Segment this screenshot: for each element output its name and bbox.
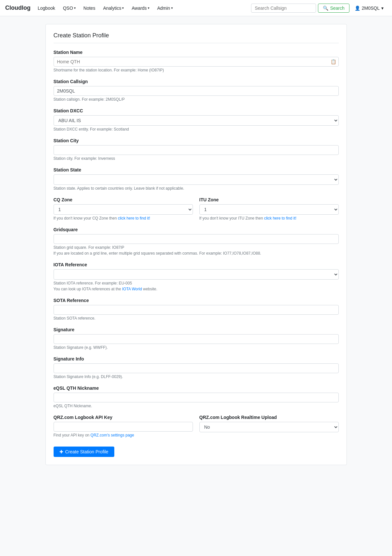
- station-state-group: Station State Station state. Applies to …: [54, 167, 339, 191]
- itu-zone-link[interactable]: click here to find it!: [264, 216, 296, 221]
- qrz-realtime-upload-label: QRZ.com Logbook Realtime Upload: [199, 415, 339, 420]
- nav-notes[interactable]: Notes: [80, 4, 99, 13]
- qrz-row: QRZ.com Logbook API Key Find your API ke…: [54, 415, 339, 444]
- iota-reference-group: IOTA Reference Station IOTA reference. F…: [54, 262, 339, 291]
- form-card: Create Station Profile Station Name 📋 Sh…: [45, 24, 347, 465]
- station-callsign-input[interactable]: [54, 86, 339, 96]
- user-icon: 👤: [355, 6, 360, 11]
- search-area: 🔍 Search 👤 2M0SQL ▾: [251, 4, 387, 13]
- station-dxcc-group: Station DXCC ABU AIL IS Station DXCC ent…: [54, 108, 339, 132]
- cq-zone-help: If you don't know your CQ Zone then clic…: [54, 216, 193, 221]
- station-city-label: Station City: [54, 138, 339, 143]
- gridsquare-input[interactable]: [54, 234, 339, 244]
- analytics-dropdown-icon: ▾: [122, 6, 124, 10]
- admin-dropdown-icon: ▾: [171, 6, 173, 10]
- signature-input[interactable]: [54, 334, 339, 344]
- search-input[interactable]: [251, 4, 316, 13]
- eqsl-qth-nickname-input[interactable]: [54, 393, 339, 402]
- station-state-select[interactable]: [54, 174, 339, 185]
- station-state-help: Station state. Applies to certain countr…: [54, 186, 339, 191]
- itu-zone-label: ITU Zone: [199, 197, 339, 202]
- itu-zone-select[interactable]: 1: [199, 204, 339, 215]
- calendar-icon: 📋: [331, 59, 336, 64]
- iota-reference-label: IOTA Reference: [54, 262, 339, 267]
- iota-reference-help2: You can look up IOTA references at the I…: [54, 287, 339, 291]
- sota-reference-group: SOTA Reference Station SOTA reference.: [54, 298, 339, 321]
- signature-info-help: Station Signature Info (e.g. DLFF-0029).: [54, 374, 339, 379]
- page-title: Create Station Profile: [54, 32, 339, 43]
- qrz-realtime-upload-group: QRZ.com Logbook Realtime Upload No Yes: [199, 415, 339, 437]
- eqsl-qth-nickname-help: eQSL QTH Nickname.: [54, 404, 339, 408]
- itu-zone-group: ITU Zone 1 If you don't know your ITU Zo…: [199, 197, 339, 221]
- nav-logbook[interactable]: Logbook: [34, 4, 58, 13]
- station-city-help: Station city. For example: Inverness: [54, 156, 339, 161]
- nav-qso[interactable]: QSO▾: [60, 4, 79, 13]
- station-dxcc-help: Station DXCC entity. For example: Scotla…: [54, 127, 339, 132]
- signature-label: Signature: [54, 327, 339, 332]
- cq-zone-label: CQ Zone: [54, 197, 193, 202]
- iota-reference-help1: Station IOTA reference. For example: EU-…: [54, 281, 339, 285]
- station-name-wrapper: 📋: [54, 57, 339, 67]
- signature-help: Station Signature (e.g. WWFF).: [54, 345, 339, 350]
- submit-area: ✚ Create Station Profile: [54, 444, 339, 457]
- search-icon: 🔍: [323, 6, 328, 11]
- awards-dropdown-icon: ▾: [148, 6, 149, 10]
- cq-zone-link[interactable]: click here to find it!: [118, 216, 150, 221]
- signature-group: Signature Station Signature (e.g. WWFF).: [54, 327, 339, 350]
- brand-logo[interactable]: Cloudlog: [5, 5, 31, 11]
- station-name-label: Station Name: [54, 50, 339, 55]
- sota-reference-help: Station SOTA reference.: [54, 316, 339, 321]
- signature-info-input[interactable]: [54, 363, 339, 373]
- station-callsign-label: Station Callsign: [54, 79, 339, 84]
- station-state-label: Station State: [54, 167, 339, 172]
- qrz-api-key-label: QRZ.com Logbook API Key: [54, 415, 193, 420]
- station-callsign-help: Station callsign. For example: 2M0SQL/P: [54, 97, 339, 102]
- qrz-api-key-input[interactable]: [54, 422, 193, 432]
- navbar: Cloudlog Logbook QSO▾ Notes Analytics▾ A…: [0, 0, 392, 16]
- qrz-settings-link[interactable]: QRZ.com's settings page: [91, 433, 134, 437]
- qrz-api-key-group: QRZ.com Logbook API Key Find your API ke…: [54, 415, 193, 437]
- user-dropdown-icon: ▾: [381, 6, 384, 11]
- gridsquare-help2: If you are located on a grid line, enter…: [54, 251, 339, 256]
- nav-admin[interactable]: Admin▾: [154, 4, 176, 13]
- station-name-group: Station Name 📋 Shortname for the station…: [54, 50, 339, 72]
- itu-zone-help: If you don't know your ITU Zone then cli…: [199, 216, 339, 221]
- gridsquare-group: Gridsquare Station grid square. For exam…: [54, 227, 339, 256]
- main-container: Create Station Profile Station Name 📋 Sh…: [40, 24, 352, 465]
- station-city-input[interactable]: [54, 145, 339, 155]
- qrz-api-key-help: Find your API key on QRZ.com's settings …: [54, 433, 193, 437]
- gridsquare-label: Gridsquare: [54, 227, 339, 232]
- station-dxcc-select[interactable]: ABU AIL IS: [54, 115, 339, 126]
- signature-info-group: Signature Info Station Signature Info (e…: [54, 356, 339, 379]
- eqsl-qth-nickname-label: eQSL QTH Nickname: [54, 385, 339, 391]
- sota-reference-label: SOTA Reference: [54, 298, 339, 303]
- sota-reference-input[interactable]: [54, 305, 339, 315]
- cq-zone-group: CQ Zone 1 If you don't know your CQ Zone…: [54, 197, 193, 221]
- qrz-realtime-upload-select[interactable]: No Yes: [199, 422, 339, 432]
- station-dxcc-label: Station DXCC: [54, 108, 339, 113]
- qso-dropdown-icon: ▾: [74, 6, 76, 10]
- nav-analytics[interactable]: Analytics▾: [100, 4, 127, 13]
- user-menu[interactable]: 👤 2M0SQL ▾: [351, 4, 387, 12]
- iota-reference-select[interactable]: [54, 269, 339, 280]
- station-name-help: Shortname for the station location. For …: [54, 68, 339, 72]
- cq-zone-select[interactable]: 1: [54, 204, 193, 215]
- station-name-input[interactable]: [54, 57, 339, 67]
- create-station-profile-button[interactable]: ✚ Create Station Profile: [54, 447, 114, 457]
- search-button[interactable]: 🔍 Search: [318, 4, 349, 13]
- nav-awards[interactable]: Awards▾: [128, 4, 152, 13]
- zone-row: CQ Zone 1 If you don't know your CQ Zone…: [54, 197, 339, 227]
- plus-icon: ✚: [59, 449, 63, 454]
- station-callsign-group: Station Callsign Station callsign. For e…: [54, 79, 339, 102]
- eqsl-qth-nickname-group: eQSL QTH Nickname eQSL QTH Nickname.: [54, 385, 339, 408]
- signature-info-label: Signature Info: [54, 356, 339, 361]
- iota-world-link[interactable]: IOTA World: [122, 287, 142, 291]
- station-city-group: Station City Station city. For example: …: [54, 138, 339, 161]
- gridsquare-help1: Station grid square. For example: IO87IP: [54, 245, 339, 250]
